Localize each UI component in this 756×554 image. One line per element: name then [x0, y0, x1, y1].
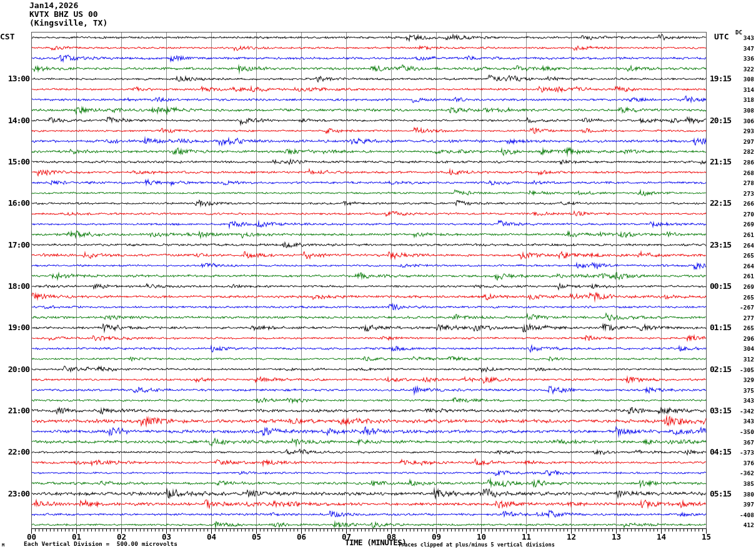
dc-offset-value: 266: [730, 201, 754, 207]
dc-offset-value: -342: [730, 408, 754, 415]
dc-offset-value: 347: [730, 46, 754, 52]
dc-offset-value: 265: [730, 325, 754, 331]
dc-offset-value: 270: [730, 211, 754, 218]
corner-mark: M: [2, 543, 4, 548]
dc-offset-value: 343: [730, 35, 754, 41]
dc-offset-value: 397: [730, 501, 754, 508]
cst-hour-label: 23:00: [0, 490, 29, 498]
x-axis-tick-label: 10: [472, 533, 491, 541]
dc-offset-value: 306: [730, 118, 754, 124]
dc-offset-value: 265: [730, 295, 754, 301]
dc-offset-value: -305: [730, 367, 754, 373]
x-axis-tick-label: 05: [247, 533, 266, 541]
dc-offset-value: 278: [730, 180, 754, 186]
header-station: KVTX BHZ US 00: [29, 10, 98, 19]
vertical-division-scale-note: Each Vertical Division = 500.00 microvol…: [24, 540, 177, 547]
dc-offset-value: 304: [730, 346, 754, 352]
dc-offset-value: 297: [730, 139, 754, 145]
dc-offset-value: 282: [730, 149, 754, 155]
dc-offset-value: -267: [730, 305, 754, 311]
dc-offset-value: 380: [730, 491, 754, 498]
x-axis-tick-label: 14: [652, 533, 671, 541]
clipping-note: Traces clipped at plus/minus 5 vertical …: [398, 541, 555, 548]
dc-offset-value: 376: [730, 460, 754, 466]
dc-offset-value: 264: [730, 243, 754, 249]
dc-offset-value: 269: [730, 221, 754, 228]
dc-offset-value: -373: [730, 450, 754, 456]
dc-offset-value: 318: [730, 97, 754, 103]
dc-offset-value: 293: [730, 128, 754, 134]
left-axis-header-cst: CST: [0, 32, 14, 41]
dc-offset-value: 286: [730, 159, 754, 166]
helicorder-page: Jan14,2026 KVTX BHZ US 00 (Kingsville, T…: [0, 0, 756, 554]
dc-offset-value: 277: [730, 315, 754, 321]
cst-hour-label: 18:00: [0, 282, 29, 291]
header-date: Jan14,2026: [29, 1, 78, 10]
dc-offset-value: 385: [730, 481, 754, 487]
dc-offset-value: 296: [730, 336, 754, 342]
cst-hour-label: 13:00: [0, 74, 29, 83]
cst-hour-label: 16:00: [0, 199, 29, 208]
dc-offset-value: 264: [730, 263, 754, 269]
cst-hour-label: 20:00: [0, 365, 29, 374]
dc-offset-value: 329: [730, 377, 754, 383]
x-axis-tick-label: 15: [697, 533, 716, 541]
dc-offset-value: 336: [730, 56, 754, 62]
x-axis-tick-label: 09: [427, 533, 446, 541]
dc-offset-value: 261: [730, 232, 754, 238]
cst-hour-label: 22:00: [0, 448, 29, 456]
dc-offset-value: -350: [730, 429, 754, 435]
cst-hour-label: 14:00: [0, 116, 29, 125]
cst-hour-label: 21:00: [0, 406, 29, 415]
dc-offset-value: 261: [730, 273, 754, 280]
dc-offset-value: 314: [730, 87, 754, 93]
dc-offset-value: 268: [730, 170, 754, 176]
header-location: (Kingsville, TX): [29, 19, 107, 28]
dc-offset-value: 367: [730, 440, 754, 446]
dc-offset-value: 322: [730, 66, 754, 73]
dc-offset-value: -408: [730, 512, 754, 518]
dc-offset-value: 265: [730, 253, 754, 259]
dc-offset-value: 412: [730, 522, 754, 528]
right-axis-header-utc: UTC: [714, 32, 729, 41]
dc-offset-value: 343: [730, 398, 754, 404]
x-axis-tick-label: 12: [562, 533, 581, 541]
dc-offset-value: 308: [730, 108, 754, 114]
dc-offset-value: 269: [730, 284, 754, 290]
dc-offset-value: 312: [730, 356, 754, 363]
x-axis-title: TIME (MINUTES): [345, 538, 406, 547]
dc-offset-value: 375: [730, 388, 754, 394]
seismogram-plot-canvas: [0, 0, 756, 554]
dc-offset-value: 273: [730, 191, 754, 197]
cst-hour-label: 15:00: [0, 158, 29, 166]
x-axis-tick-label: 11: [517, 533, 536, 541]
cst-hour-label: 17:00: [0, 241, 29, 249]
dc-offset-value: 308: [730, 76, 754, 83]
dc-offset-value: -362: [730, 470, 754, 476]
x-axis-tick-label: 04: [202, 533, 221, 541]
x-axis-tick-label: 13: [607, 533, 626, 541]
cst-hour-label: 19:00: [0, 323, 29, 332]
x-axis-tick-label: 06: [292, 533, 311, 541]
dc-offset-value: 343: [730, 418, 754, 425]
